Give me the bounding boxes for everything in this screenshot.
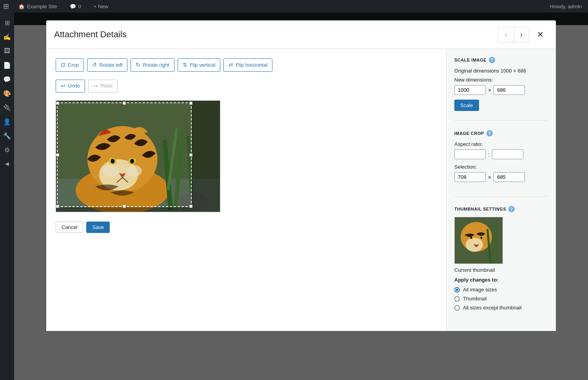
radio-all-except-thumbnail[interactable]: All sizes except thumbnail [454, 305, 548, 311]
original-dimensions: Original dimensions 1000 × 686 [454, 68, 548, 74]
current-thumbnail-label: Current thumbnail [454, 267, 548, 273]
selection-row: × [454, 172, 548, 182]
radio-all-sizes-button[interactable] [454, 287, 460, 293]
thumbnail-settings-help-icon[interactable]: ? [508, 206, 515, 212]
scale-image-help-icon[interactable]: ? [489, 57, 495, 63]
sidebar-icon-plugins[interactable]: 🔌 [0, 100, 14, 115]
aspect-height-input[interactable] [492, 149, 523, 159]
scale-height-input[interactable] [494, 85, 525, 95]
undo-icon: ↩ [61, 82, 65, 90]
image-editor-toolbar: ⊡ Crop ↺ Rotate left ↻ Rotate right ⇅ Fl… [56, 58, 437, 72]
crop-button[interactable]: ⊡ Crop [56, 58, 84, 72]
apply-changes-label: Apply changes to: [454, 277, 548, 283]
redo-icon: ↪ [93, 82, 98, 90]
tiger-image[interactable] [56, 100, 220, 212]
flip-vertical-button[interactable]: ⇅ Flip vertical [178, 58, 221, 72]
attachment-details-modal: Attachment Details ‹ › ✕ ⊡ Crop ↺ R [46, 20, 556, 331]
sidebar-icon-tools[interactable]: 🔧 [0, 129, 14, 143]
crop-selection[interactable] [57, 102, 192, 207]
sidebar-icon-comments[interactable]: 💬 [0, 72, 14, 86]
sidebar-icon-appearance[interactable]: 🎨 [0, 86, 14, 100]
sidebar-icon-dashboard[interactable]: ⊞ [0, 16, 14, 30]
redo-button[interactable]: ↪ Redo [88, 80, 118, 93]
crop-handle-top-right[interactable] [189, 102, 192, 105]
undo-button[interactable]: ↩ Undo [56, 80, 85, 93]
modal-header: Attachment Details ‹ › ✕ [46, 20, 556, 49]
aspect-separator: : [488, 151, 490, 158]
next-attachment-button[interactable]: › [514, 27, 529, 42]
modal-overlay: Attachment Details ‹ › ✕ ⊡ Crop ↺ R [14, 13, 588, 380]
crop-handle-top-left[interactable] [56, 102, 59, 105]
site-name-link[interactable]: 🏠 Example Site [15, 0, 60, 13]
selection-separator: × [488, 174, 491, 180]
thumbnail-settings-title: THUMBNAIL SETTINGS ? [454, 206, 548, 212]
radio-all-except-thumbnail-label: All sizes except thumbnail [463, 305, 522, 311]
new-content-link[interactable]: + New [91, 0, 111, 13]
scale-width-input[interactable] [454, 85, 486, 95]
bottom-actions: Cancel Save [56, 222, 437, 233]
sidebar-icon-pages[interactable]: 📄 [0, 58, 14, 72]
crop-handle-bottom-left[interactable] [56, 205, 59, 208]
rotate-left-button[interactable]: ↺ Rotate left [87, 58, 127, 72]
selection-width-input[interactable] [454, 172, 486, 182]
crop-handle-top-middle[interactable] [123, 102, 126, 105]
admin-sidebar: ⊞ ✍ 🖼 📄 💬 🎨 🔌 👤 🔧 ⚙ ◄ [0, 13, 14, 380]
radio-all-sizes-label: All image sizes [463, 287, 497, 293]
selection-height-input[interactable] [494, 172, 525, 182]
svg-point-24 [481, 236, 483, 239]
crop-overlay [56, 101, 220, 212]
selection-label: Selection: [454, 164, 548, 170]
aspect-width-input[interactable] [454, 149, 486, 159]
image-editor-area: ⊡ Crop ↺ Rotate left ↻ Rotate right ⇅ Fl… [46, 49, 446, 331]
thumbnail-svg [455, 217, 503, 264]
radio-all-sizes[interactable]: All image sizes [454, 287, 548, 293]
home-icon: 🏠 [18, 4, 25, 9]
flip-horizontal-icon: ⇄ [229, 61, 233, 69]
comments-icon: 💬 [70, 4, 76, 9]
image-crop-help-icon[interactable]: ? [486, 130, 493, 136]
sidebar-icon-collapse[interactable]: ◄ [0, 157, 14, 171]
modal-navigation: ‹ › [498, 27, 529, 42]
scale-image-section: SCALE IMAGE ? Original dimensions 1000 ×… [454, 57, 548, 121]
howdy-menu[interactable]: Howdy, admin [547, 0, 585, 13]
flip-horizontal-button[interactable]: ⇄ Flip horizontal [223, 58, 272, 72]
image-canvas [56, 100, 220, 212]
modal-title: Attachment Details [54, 29, 498, 40]
radio-thumbnail-label: Thumbnail [463, 296, 487, 302]
undo-redo-toolbar: ↩ Undo ↪ Redo [56, 80, 437, 93]
aspect-ratio-label: Aspect ratio: [454, 141, 548, 147]
new-dimensions-label: New dimensions: [454, 77, 548, 83]
crop-handle-middle-left[interactable] [56, 153, 59, 156]
cancel-button[interactable]: Cancel [56, 222, 83, 233]
scale-image-title: SCALE IMAGE ? [454, 57, 548, 63]
admin-bar: ⊞ 🏠 Example Site 💬 0 + New Howdy, admin [0, 0, 588, 13]
prev-attachment-button[interactable]: ‹ [498, 27, 514, 42]
svg-point-23 [470, 236, 472, 239]
crop-icon: ⊡ [61, 61, 65, 69]
right-sidebar: SCALE IMAGE ? Original dimensions 1000 ×… [446, 49, 556, 331]
flip-vertical-icon: ⇅ [183, 61, 187, 69]
image-crop-section: IMAGE CROP ? Aspect ratio: : Selection: … [454, 130, 548, 196]
sidebar-icon-settings[interactable]: ⚙ [0, 143, 14, 157]
crop-handle-bottom-right[interactable] [189, 205, 192, 208]
thumbnail-preview [454, 217, 503, 264]
comments-link[interactable]: 💬 0 [67, 0, 84, 13]
sidebar-icon-users[interactable]: 👤 [0, 115, 14, 129]
radio-all-except-thumbnail-button[interactable] [454, 305, 460, 311]
modal-body: ⊡ Crop ↺ Rotate left ↻ Rotate right ⇅ Fl… [46, 49, 556, 331]
thumbnail-settings-section: THUMBNAIL SETTINGS ? [454, 206, 548, 323]
crop-handle-middle-right[interactable] [189, 153, 192, 156]
rotate-right-icon: ↻ [136, 61, 140, 69]
sidebar-icon-media[interactable]: 🖼 [0, 44, 14, 58]
rotate-right-button[interactable]: ↻ Rotate right [131, 58, 174, 72]
scale-button[interactable]: Scale [454, 100, 479, 111]
aspect-ratio-row: : [454, 149, 548, 159]
radio-thumbnail[interactable]: Thumbnail [454, 296, 548, 302]
modal-close-button[interactable]: ✕ [532, 27, 548, 42]
save-button[interactable]: Save [86, 222, 110, 233]
scale-separator: × [488, 87, 491, 93]
crop-handle-bottom-middle[interactable] [123, 205, 126, 208]
sidebar-icon-posts[interactable]: ✍ [0, 30, 14, 44]
wp-logo[interactable]: ⊞ [3, 2, 9, 11]
radio-thumbnail-button[interactable] [454, 296, 460, 302]
